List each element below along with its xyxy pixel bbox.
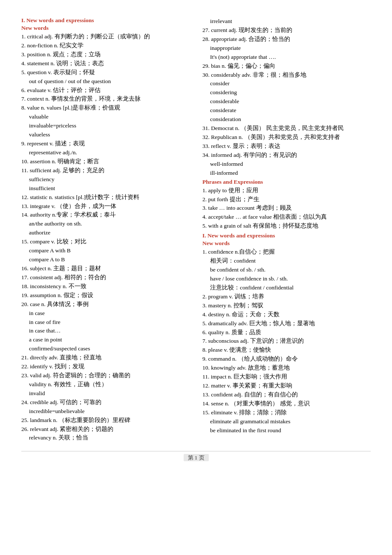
entry: 2. put forth 提出；产生 [202, 195, 371, 204]
sub-entry: incredible=unbelievable [21, 407, 190, 416]
sub-entry: relevancy n. 关联；恰当 [21, 434, 190, 442]
entry: 4. statement n. 说明；说法；表态 [21, 59, 190, 68]
phrases-entries: 1. apply to 使用；应用2. put forth 提出；产生3. ta… [202, 186, 371, 231]
page-number: 第 1 页 [184, 454, 209, 461]
entry: 34. informed adj. 有学问的；有见识的 [202, 151, 371, 160]
sub-entry: considerate [202, 106, 371, 115]
entry: 7. subconscious adj. 下意识的；潜意识的 [202, 337, 371, 346]
entry: 1. critical adj. 有判断力的；判断公正（或审慎）的 [21, 32, 190, 41]
entry: 22. identify v. 找到；发现 [21, 362, 190, 371]
entry: 9. represent v. 描述；表现 [21, 139, 190, 148]
sub-entry: considering [202, 88, 371, 97]
sub-entry: in case of fire [21, 318, 190, 327]
entry: 29. bias n. 偏见；偏心；偏向 [202, 62, 371, 71]
entry: 8. value n. values [pl.]是非标准；价值观 [21, 104, 190, 113]
entry: 28. appropriate adj. 合适的；恰当的 [202, 35, 371, 44]
sub-entry: compare A to B [21, 255, 190, 264]
entry: 12. matter v. 事关紧要；有重大影响 [202, 382, 371, 390]
sub-entry: be eliminated in the first round [202, 426, 371, 435]
entry: 13. integrate v. （使）合并，成为一体 [21, 202, 190, 211]
entry: 10. knowingly adv. 故意地；蓄意地 [202, 364, 371, 373]
entry: 5. dramatically adv. 巨大地；惊人地；显著地 [202, 319, 371, 328]
sub-entry: valuable [21, 113, 190, 121]
entry: 3. mastery n. 控制；驾驭 [202, 301, 371, 310]
right-column: irrelevant27. current adj. 现时发生的；当前的28. … [202, 17, 371, 442]
entry: 6. evaluate v. 估计；评价；评估 [21, 86, 190, 95]
sub-entry: a case in point [21, 335, 190, 344]
left-column: I. New words and expressions New words 1… [21, 17, 190, 442]
sub-entry: invaluable=priceless [21, 121, 190, 130]
sub-entry: consideration [202, 115, 371, 124]
page-wrapper: I. New words and expressions New words 1… [21, 17, 371, 442]
entry: 33. reflect v. 显示；表明；表达 [202, 142, 371, 151]
sub-entry: in case that… [21, 327, 190, 335]
entry: 24. credible adj. 可信的；可靠的 [21, 398, 190, 407]
section1-heading: I. New words and expressions [21, 17, 190, 24]
entry: 27. current adj. 现时发生的；当前的 [202, 26, 371, 35]
sub-entry: insufficient [21, 184, 190, 193]
sub-entry: out of question / out of the question [21, 77, 190, 86]
entry: 5. question v. 表示疑问；怀疑 [21, 68, 190, 77]
sub-entry: in case [21, 309, 190, 318]
entry: 1. apply to 使用；应用 [202, 186, 371, 195]
entry: 12. statistic n. statistics [pl.]统计数字；统计… [21, 193, 190, 202]
sub-entry: representative adj./n. [21, 148, 190, 157]
sub-entry: consider [202, 79, 371, 88]
sub-entry: irrelevant [202, 17, 371, 26]
entry: 20. case n. 具体情况；事例 [21, 300, 190, 309]
entry: 10. assertion n. 明确肯定；断言 [21, 157, 190, 166]
sub-entry: well-informed [202, 160, 371, 169]
entry: 6. quality n. 质量；品质 [202, 328, 371, 337]
sub-entry: It's (not) appropriate that …. [202, 53, 371, 62]
entry: 25. landmark n. （标志重要阶段的）里程碑 [21, 416, 190, 425]
entry: 16. subject n. 主题；题目；题材 [21, 264, 190, 273]
sub-entry: invalid [21, 389, 190, 398]
new-words2-heading: New words [202, 240, 371, 247]
entry: 9. command n. （给人或动物的）命令 [202, 355, 371, 364]
entry: 13. confident adj. 自信的；有自信心的 [202, 390, 371, 399]
sub-entry: sufficiency [21, 175, 190, 184]
sub-entry: compare A with B [21, 246, 190, 255]
entry: 11. sufficient adj. 足够的；充足的 [21, 166, 190, 175]
entry: 1. confidence n.自信心；把握 [202, 248, 371, 257]
sub-entry: inappropriate [202, 44, 371, 53]
left-entries: 1. critical adj. 有判断力的；判断公正（或审慎）的2. non-… [21, 32, 190, 442]
sub-entry: be confident of sb. / sth. [202, 266, 371, 275]
entry: 7. context n. 事情发生的背景，环境，来龙去脉 [21, 95, 190, 104]
section2-heading: I. New words and expressions [202, 232, 371, 239]
entry: 15. eliminate v. 排除；清除；消除 [202, 408, 371, 417]
sub-entry: confirmed/suspected cases [21, 344, 190, 353]
sub-entry: have / lose confidence in sb. / sth. [202, 275, 371, 283]
entry: 11. impact n. 巨大影响；强大作用 [202, 373, 371, 382]
sub-entry: 相关词：confident [202, 257, 371, 266]
sub-entry: 注意比较：confident / confidential [202, 283, 371, 292]
entry: 14. sense n. （对重大事情的） 感觉，意识 [202, 399, 371, 408]
entry: 8. please v. 使满意；使愉快 [202, 346, 371, 355]
sub-entry: considerable [202, 97, 371, 106]
entry: 18. inconsistency n. 不一致 [21, 282, 190, 291]
right-entries-bottom: 1. confidence n.自信心；把握相关词：confidentbe co… [202, 248, 371, 435]
entry: 23. valid adj. 符合逻辑的；合理的；确凿的 [21, 371, 190, 380]
entry: 4. destiny n. 命运；天命；天数 [202, 310, 371, 319]
sub-entry: ill-informed [202, 169, 371, 178]
entry: 3. take … into account 考虑到；顾及 [202, 204, 371, 213]
entry: 17. consistent adj. 相符的；符合的 [21, 273, 190, 282]
entry: 2. program v. 训练；培养 [202, 292, 371, 301]
phrases-heading: Phrases and Expressions [202, 179, 371, 185]
sub-entry: validity n. 有效性，正确（性） [21, 380, 190, 389]
entry: 21. directly adv. 直接地；径直地 [21, 353, 190, 362]
entry: 4. accept/take … at face value 相信表面；信以为真 [202, 213, 371, 222]
page-footer: 第 1 页 [21, 451, 371, 462]
entry: 32. Republican n. （美国）共和党党员，共和党支持者 [202, 133, 371, 142]
entry: 31. Democrat n. （美国） 民主党党员，民主党支持者民 [202, 124, 371, 133]
entry: 30. considerably adv. 非常；很；相当多地 [202, 71, 371, 80]
new-words-heading: New words [21, 25, 190, 32]
entry: 19. assumption n. 假定；假设 [21, 291, 190, 300]
sub-entry: authorize [21, 228, 190, 237]
sub-entry: eliminate all grammatical mistakes [202, 417, 371, 426]
entry: 14. authority n.专家；学术权威；泰斗 [21, 211, 190, 220]
entry: 26. relevant adj. 紧密相关的；切题的 [21, 425, 190, 434]
entry: 2. non-fiction n. 纪实文学 [21, 41, 190, 50]
sub-entry: an/the authority on sth. [21, 220, 190, 228]
entry: 5. with a grain of salt 有保留地；持怀疑态度地 [202, 222, 371, 231]
